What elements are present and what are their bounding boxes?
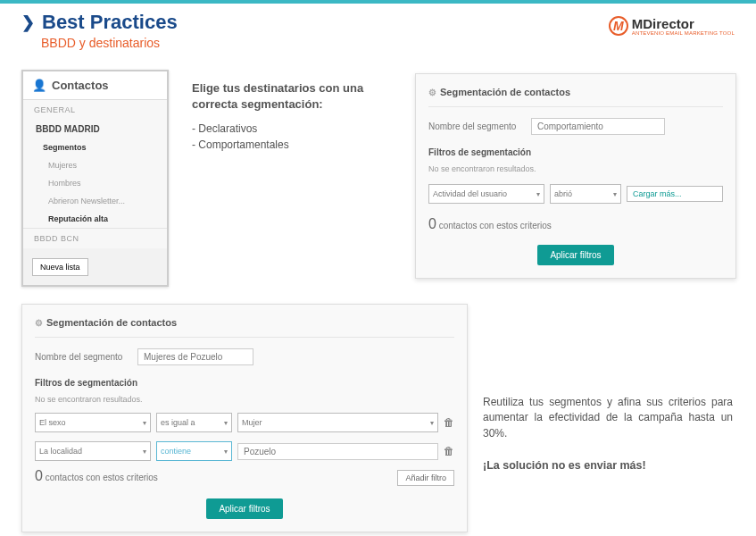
instruction-2-bold: ¡La solución no es enviar más! (483, 457, 733, 473)
contacts-seg-mujeres[interactable]: Mujeres (23, 156, 167, 174)
contacts-seg-reputacion[interactable]: Reputación alta (23, 210, 167, 228)
segment-1-no-results: No se encontraron resultados. (428, 164, 723, 173)
segment-1-name-input[interactable] (531, 118, 665, 135)
contacts-title: Contactos (52, 79, 109, 92)
chevron-down-icon: ▾ (224, 448, 228, 456)
instruction-2-body: Reutiliza tus segmentos y afina sus crit… (483, 396, 733, 440)
segment-panel-behaviour: ⚙ Segmentación de contactos Nombre del s… (415, 73, 736, 279)
filter-1-field-select[interactable]: El sexo▾ (35, 413, 151, 432)
gear-icon: ⚙ (35, 318, 43, 328)
segment-1-op-select[interactable]: abrió▾ (550, 184, 621, 204)
filter-1-value-select[interactable]: Mujer▾ (237, 413, 438, 432)
header: ❯ Best Practices BBDD y destinatarios M … (0, 4, 756, 54)
add-filter-button[interactable]: Añadir filtro (397, 470, 454, 486)
new-list-button[interactable]: Nueva lista (32, 258, 88, 276)
segment-panel-1-title: Segmentación de contactos (440, 87, 570, 97)
contacts-seg-hombres[interactable]: Hombres (23, 174, 167, 192)
gear-icon: ⚙ (428, 88, 436, 97)
segment-panel-women-pozuelo: ⚙ Segmentación de contactos Nombre del s… (21, 304, 468, 532)
segment-1-count-text: contactos con estos criterios (439, 221, 552, 230)
page-title: Best Practices (42, 11, 178, 34)
chevron-down-icon: ▾ (224, 419, 228, 427)
logo-name: MDirector (632, 17, 735, 30)
instruction-1-line-2: - Comportamentales (192, 137, 388, 153)
instruction-block-2: Reutiliza tus segmentos y afina sus crit… (483, 395, 733, 473)
contacts-bbdd-madrid[interactable]: BBDD MADRID (23, 120, 167, 138)
segment-panel-2-title: Segmentación de contactos (46, 317, 177, 328)
contacts-seg-abrieron[interactable]: Abrieron Newsletter... (23, 192, 167, 210)
segment-1-apply-button[interactable]: Aplicar filtros (537, 245, 613, 265)
logo-mark-icon: M (609, 16, 628, 36)
segment-2-name-label: Nombre del segmento (35, 352, 129, 362)
segment-1-count-zero: 0 (428, 216, 436, 231)
instruction-1-line-1: - Declarativos (192, 121, 388, 137)
segment-1-name-label: Nombre del segmento (428, 121, 522, 131)
chevron-down-icon: ▾ (430, 419, 434, 427)
filter-1-op-select[interactable]: es igual a▾ (156, 413, 232, 432)
contacts-icon: 👤 (32, 79, 46, 92)
brand-logo: M MDirector ANTEVENIO EMAIL MARKETING TO… (609, 16, 735, 36)
segment-2-count-zero: 0 (35, 468, 43, 483)
segment-2-count-text: contactos con estos criterios (46, 473, 158, 482)
chevron-right-icon: ❯ (21, 13, 35, 32)
contacts-panel: 👤 Contactos GENERAL BBDD MADRID Segmento… (21, 70, 169, 287)
contacts-bbdd-bcn[interactable]: BBDD BCN (23, 228, 167, 248)
segment-2-apply-button[interactable]: Aplicar filtros (206, 498, 282, 519)
segment-1-field-select[interactable]: Actividad del usuario▾ (428, 184, 544, 204)
segment-2-name-input[interactable] (137, 348, 253, 365)
chevron-down-icon: ▾ (536, 190, 540, 198)
contacts-section-general: GENERAL (23, 100, 167, 120)
segment-1-load-more-button[interactable]: Cargar más... (627, 186, 723, 202)
segment-2-filters-heading: Filtros de segmentación (35, 378, 454, 388)
chevron-down-icon: ▾ (143, 419, 146, 427)
contacts-segmentos-label[interactable]: Segmentos (23, 138, 167, 156)
segment-2-no-results: No se encontraron resultados. (35, 395, 454, 404)
page-subtitle: BBDD y destinatarios (41, 36, 178, 50)
segment-1-filters-heading: Filtros de segmentación (428, 147, 723, 157)
instruction-1-heading: Elige tus destinatarios con una correcta… (192, 80, 388, 112)
instruction-block-1: Elige tus destinatarios con una correcta… (192, 80, 388, 153)
filter-2-delete-icon[interactable]: 🗑 (444, 445, 454, 457)
filter-2-value-input[interactable] (237, 443, 438, 460)
logo-tagline: ANTEVENIO EMAIL MARKETING TOOL (632, 30, 735, 36)
filter-2-field-select[interactable]: La localidad▾ (35, 441, 151, 461)
filter-1-delete-icon[interactable]: 🗑 (444, 416, 454, 429)
chevron-down-icon: ▾ (613, 190, 617, 198)
chevron-down-icon: ▾ (143, 448, 146, 456)
filter-2-op-select[interactable]: contiene▾ (156, 441, 232, 461)
